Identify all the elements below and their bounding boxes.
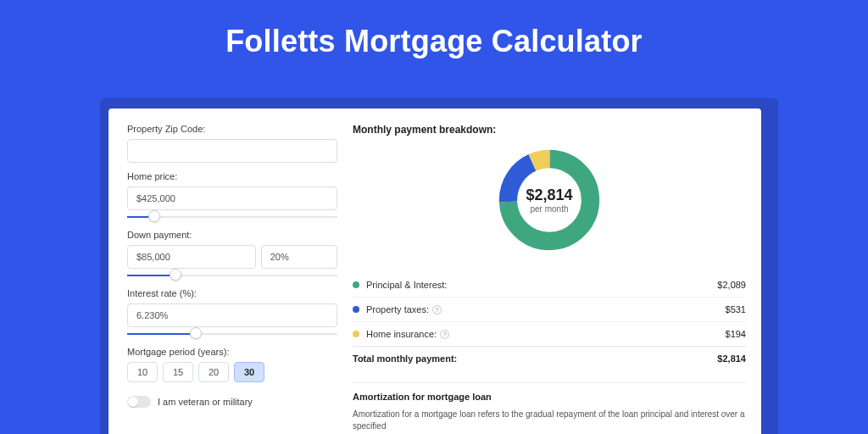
down-payment-slider[interactable] [127,271,337,280]
breakdown-panel: Monthly payment breakdown: $2,814 per mo… [353,124,746,432]
donut-chart: $2,814 per month [495,146,604,254]
legend-row: Home insurance:?$194 [353,321,746,346]
zip-label: Property Zip Code: [127,124,337,134]
legend-label: Principal & Interest: [366,280,447,290]
period-option-30[interactable]: 30 [234,362,264,382]
donut-center-value: $2,814 [526,186,572,204]
legend-dot-icon [353,281,359,288]
breakdown-heading: Monthly payment breakdown: [353,124,746,136]
home-price-input[interactable] [127,186,337,210]
period-options: 10152030 [127,362,337,382]
legend-amount: $531 [726,304,746,314]
legend-label: Home insurance: [366,329,437,339]
donut-center-sub: per month [530,204,568,214]
legend-amount: $2,089 [717,280,746,290]
down-payment-pct-input[interactable] [261,245,337,269]
total-label: Total monthly payment: [353,353,457,364]
info-icon[interactable]: ? [432,305,442,314]
legend-dot-icon [353,306,359,313]
info-icon[interactable]: ? [440,330,449,339]
amortization-section: Amortization for mortgage loan Amortizat… [353,382,746,432]
legend-amount: $194 [726,329,746,339]
legend-row: Principal & Interest:$2,089 [353,273,746,297]
calculator-panel: Property Zip Code: Home price: Down paym… [108,108,761,434]
veteran-toggle[interactable] [127,396,151,408]
down-payment-label: Down payment: [127,230,337,240]
interest-slider[interactable] [127,330,337,338]
period-label: Mortgage period (years): [127,347,337,357]
interest-input[interactable] [127,303,337,327]
period-option-10[interactable]: 10 [127,362,158,382]
period-option-20[interactable]: 20 [198,362,229,382]
veteran-label: I am veteran or military [158,397,253,407]
zip-input[interactable] [127,139,337,163]
legend: Principal & Interest:$2,089Property taxe… [353,270,746,346]
period-option-15[interactable]: 15 [163,362,193,382]
stage: Folletts Mortgage Calculator Property Zi… [0,0,868,434]
down-payment-input[interactable] [127,245,256,269]
input-form: Property Zip Code: Home price: Down paym… [127,124,337,432]
legend-row: Property taxes:?$531 [353,297,746,321]
home-price-slider[interactable] [127,213,337,221]
amortization-heading: Amortization for mortgage loan [353,392,746,402]
legend-label: Property taxes: [366,304,429,314]
home-price-label: Home price: [127,171,337,181]
total-amount: $2,814 [717,353,746,364]
total-row: Total monthly payment: $2,814 [353,346,746,370]
amortization-body: Amortization for a mortgage loan refers … [353,409,746,432]
legend-dot-icon [353,331,359,337]
page-title: Folletts Mortgage Calculator [0,0,868,59]
interest-label: Interest rate (%): [127,288,337,298]
